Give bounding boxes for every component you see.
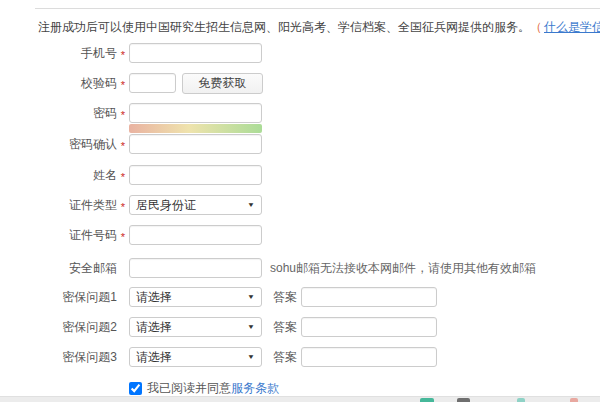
form-row-id-type: 证件类型 * 居民身份证 ▼ [21,195,581,215]
agreement-checkbox[interactable] [129,382,142,395]
required-marker: * [117,228,129,243]
security-q2-label: 密保问题2 [21,319,117,336]
email-label: 安全邮箱 [21,260,117,277]
answer2-label: 答案 [273,319,297,336]
name-label: 姓名 [21,167,117,184]
required-marker: * [117,76,129,91]
security-q3-label: 密保问题3 [21,349,117,366]
answer1-label: 答案 [273,289,297,306]
form-row-email: 安全邮箱 sohu邮箱无法接收本网邮件，请使用其他有效邮箱 [21,258,581,278]
email-input[interactable] [129,258,262,278]
bottom-strip [0,396,600,402]
form-row-captcha: 校验码 * 免费获取 [21,73,581,93]
agreement-row: 我已阅读并同意服务条款 [129,381,581,395]
top-divider [35,8,600,9]
form-row-security-q2: 密保问题2 请选择 ▼ 答案 [21,317,581,337]
chevron-down-icon: ▼ [247,293,255,300]
phone-label: 手机号 [21,45,117,62]
chevron-down-icon: ▼ [247,353,255,360]
id-number-label: 证件号码 [21,227,117,244]
form-row-id-number: 证件号码 * [21,225,581,245]
cropped-icon [457,398,470,402]
paren-open: （ [530,20,542,34]
required-marker-placeholder [117,356,129,359]
cropped-icon [570,398,578,402]
agreement-text: 我已阅读并同意 [147,380,231,397]
security-q1-selected-value: 请选择 [136,289,172,306]
password-strength-bar [129,124,262,133]
what-is-account-link[interactable]: 什么是学信网账号？ [544,20,600,34]
terms-of-service-link[interactable]: 服务条款 [231,380,279,397]
form-row-password-confirm: 密码确认 * [21,134,581,154]
password-confirm-label: 密码确认 [21,136,117,153]
answer2-input[interactable] [301,317,437,337]
captcha-label: 校验码 [21,75,117,92]
id-type-select[interactable]: 居民身份证 ▼ [129,195,262,215]
answer3-label: 答案 [273,349,297,366]
security-q3-selected-value: 请选择 [136,349,172,366]
form-row-name: 姓名 * [21,165,581,185]
service-notice: 注册成功后可以使用中国研究生招生信息网、阳光高考、学信档案、全国征兵网提供的服务… [38,19,600,36]
phone-input[interactable] [129,43,262,63]
chevron-down-icon: ▼ [247,323,255,330]
form-row-security-q3: 密保问题3 请选择 ▼ 答案 [21,347,581,367]
get-captcha-button[interactable]: 免费获取 [182,73,263,94]
cropped-icon [420,398,434,402]
answer3-input[interactable] [301,347,437,367]
security-q1-label: 密保问题1 [21,289,117,306]
password-label: 密码 [21,105,117,122]
required-marker-placeholder [117,326,129,329]
chevron-down-icon: ▼ [247,201,255,208]
security-q2-select[interactable]: 请选择 ▼ [129,317,262,337]
id-type-label: 证件类型 [21,197,117,214]
required-marker-placeholder [117,267,129,270]
security-q2-selected-value: 请选择 [136,319,172,336]
form-row-phone: 手机号 * [21,43,581,63]
captcha-input[interactable] [129,73,176,93]
answer1-input[interactable] [301,287,437,307]
required-marker-placeholder [117,296,129,299]
form-row-password: 密码 * [21,103,581,123]
security-q3-select[interactable]: 请选择 ▼ [129,347,262,367]
email-hint: sohu邮箱无法接收本网邮件，请使用其他有效邮箱 [270,260,536,277]
cropped-icon [517,398,525,402]
id-number-input[interactable] [129,225,262,245]
name-input[interactable] [129,165,262,185]
form-row-security-q1: 密保问题1 请选择 ▼ 答案 [21,287,581,307]
required-marker: * [117,168,129,183]
security-q1-select[interactable]: 请选择 ▼ [129,287,262,307]
password-confirm-input[interactable] [129,134,262,154]
required-marker: * [117,106,129,121]
notice-text: 注册成功后可以使用中国研究生招生信息网、阳光高考、学信档案、全国征兵网提供的服务… [38,20,530,34]
password-input[interactable] [129,103,262,123]
required-marker: * [117,198,129,213]
registration-form: 手机号 * 校验码 * 免费获取 密码 * 密码确认 * 姓名 * 证件类型 *… [21,43,581,395]
id-type-selected-value: 居民身份证 [136,197,196,214]
required-marker: * [117,46,129,61]
password-strength-row [129,124,581,133]
required-marker: * [117,137,129,152]
